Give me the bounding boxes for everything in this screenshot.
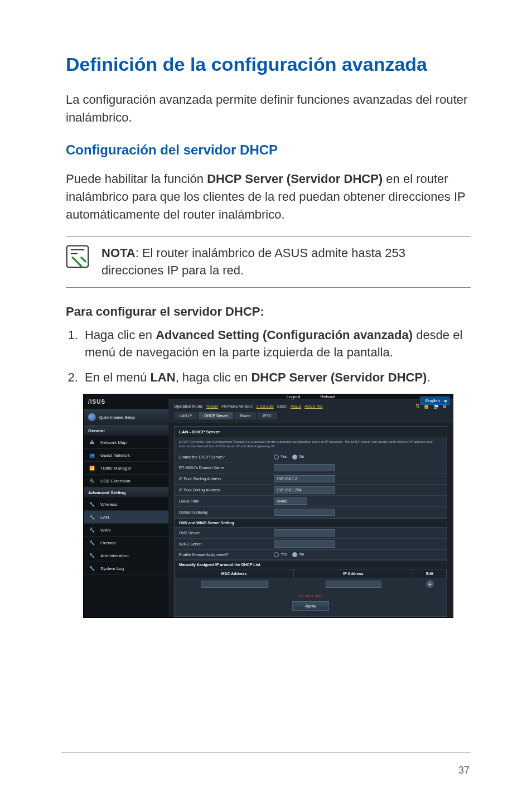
dns-wins-subhead: DNS and WINS Server Setting (175, 518, 447, 528)
th-mac: MAC Address (175, 569, 294, 578)
panel-description: DHCP (Dynamic Host Configuration Protoco… (175, 437, 447, 452)
firmware-link[interactable]: 3.0.0.1.88 (257, 404, 274, 408)
lease-label: Lease Time (179, 499, 274, 503)
logout-button[interactable]: Logout (287, 394, 300, 399)
no-more-data: No more data (175, 594, 447, 598)
gateway-label: Default Gateway (179, 510, 274, 514)
tab-route[interactable]: Route (234, 412, 256, 419)
wrench-icon: 🔧 (88, 514, 96, 520)
sidebar-item-wan[interactable]: 🔧WAN (84, 524, 168, 537)
manual-radio[interactable]: Yes No (274, 552, 304, 557)
sidebar-item-system-log[interactable]: 🔧System Log (84, 562, 168, 575)
section-heading: Configuración del servidor DHCP (66, 142, 471, 158)
enable-dhcp-label: Enable the DHCP Server? (179, 455, 274, 459)
steps-list: Haga clic en Advanced Setting (Configura… (66, 327, 471, 386)
sidebar-item-network-map[interactable]: 🖧Network Map (84, 436, 168, 449)
operation-mode-link[interactable]: Router (206, 404, 218, 408)
lease-input[interactable] (274, 497, 307, 505)
tabs: LAN IP DHCP Server Route IPTV (168, 412, 453, 423)
sidebar-item-wireless[interactable]: 🔧Wireless (84, 498, 168, 511)
reboot-button[interactable]: Reboot (320, 394, 335, 399)
usb-status-icon: ⇅ (415, 403, 420, 409)
sidebar: /ISUS Quick Internet Setup General 🖧Netw… (84, 394, 168, 617)
domain-input[interactable] (274, 464, 335, 471)
panel-title: LAN - DHCP Server (175, 427, 447, 437)
sidebar-item-lan[interactable]: 🔧LAN (84, 511, 168, 524)
note-icon (66, 245, 89, 268)
sidebar-item-traffic-manager[interactable]: 📶Traffic Manager (84, 462, 168, 475)
enable-dhcp-radio[interactable]: Yes No (274, 455, 304, 460)
apply-button[interactable]: Apply (292, 601, 329, 611)
topbar: Logout Reboot (168, 394, 453, 400)
wrench-icon: 🔧 (88, 565, 96, 572)
page-title: Definición de la configuración avanzada (66, 54, 471, 75)
tab-iptv[interactable]: IPTV (257, 412, 277, 419)
section-general: General (84, 426, 168, 436)
section-advanced: Advanced Setting (84, 487, 168, 498)
mac-input[interactable] (201, 581, 268, 588)
ssid-5g-link[interactable]: ASUS_5G (304, 404, 322, 408)
quick-internet-setup[interactable]: Quick Internet Setup (84, 409, 168, 426)
note-text: NOTA: El router inalámbrico de ASUS admi… (101, 245, 471, 279)
wins-input[interactable] (274, 540, 335, 548)
content-area: Logout Reboot English Operation Mode: Ro… (168, 394, 453, 617)
manual-table-head: MAC Address IP Address Edit (175, 569, 447, 578)
note-box: NOTA: El router inalámbrico de ASUS admi… (66, 236, 471, 288)
dns-label: DNS Server (179, 531, 274, 535)
router-admin-screenshot: /ISUS Quick Internet Setup General 🖧Netw… (83, 394, 453, 618)
dns-input[interactable] (274, 529, 335, 537)
sidebar-item-administration[interactable]: 🔧Administration (84, 549, 168, 562)
language-select[interactable]: English (420, 397, 449, 405)
globe-icon (88, 413, 96, 421)
usb-icon: 🔌 (88, 477, 96, 484)
info-row: Operation Mode: Router Firmware Version:… (168, 400, 453, 412)
page-number: 37 (458, 765, 470, 776)
table-row: + (175, 578, 447, 590)
step-2: En el menú LAN, haga clic en DHCP Server… (81, 369, 471, 386)
sidebar-item-guest-network[interactable]: 👥Guest Network (84, 449, 168, 462)
ip-input[interactable] (326, 581, 381, 588)
intro-paragraph: La configuración avanzada permite defini… (66, 91, 471, 127)
ssid-link[interactable]: ASUS (291, 404, 301, 408)
pool-end-input[interactable] (274, 486, 335, 494)
manual-list-subhead: Manually Assigned IP around the DHCP Lis… (175, 560, 447, 569)
pool-start-input[interactable] (274, 475, 335, 482)
dhcp-paragraph: Puede habilitar la función DHCP Server (… (66, 170, 471, 224)
sidebar-item-usb-extension[interactable]: 🔌USB Extension (84, 475, 168, 487)
wrench-icon: 🔧 (88, 552, 96, 559)
add-row-button[interactable]: + (426, 580, 434, 588)
th-edit: Edit (413, 569, 447, 578)
wrench-icon: 🔧 (88, 539, 96, 546)
sidebar-item-firewall[interactable]: 🔧Firewall (84, 537, 168, 549)
step-1: Haga clic en Advanced Setting (Configura… (81, 327, 471, 361)
manual-label: Enable Manual Assignment? (179, 553, 274, 557)
domain-label: RT-N66U's Domain Name (179, 466, 274, 470)
svg-rect-0 (67, 246, 89, 268)
wrench-icon: 🔧 (88, 501, 96, 508)
pool-end-label: IP Pool Ending Address (179, 488, 274, 492)
pool-start-label: IP Pool Starting Address (179, 477, 274, 481)
wins-label: WINS Server (179, 542, 274, 546)
map-icon: 🖧 (88, 439, 96, 446)
guest-icon: 👥 (88, 452, 96, 458)
tab-dhcp-server[interactable]: DHCP Server (199, 412, 233, 419)
footer-divider (61, 752, 471, 753)
th-ip: IP Address (294, 569, 413, 578)
traffic-icon: 📶 (88, 465, 96, 471)
tab-lan-ip[interactable]: LAN IP (174, 412, 197, 419)
dhcp-panel: LAN - DHCP Server DHCP (Dynamic Host Con… (174, 426, 447, 617)
brand-logo: /ISUS (84, 394, 168, 409)
steps-title: Para configurar el servidor DHCP: (66, 305, 471, 319)
gateway-input[interactable] (274, 509, 335, 516)
wrench-icon: 🔧 (88, 526, 96, 533)
